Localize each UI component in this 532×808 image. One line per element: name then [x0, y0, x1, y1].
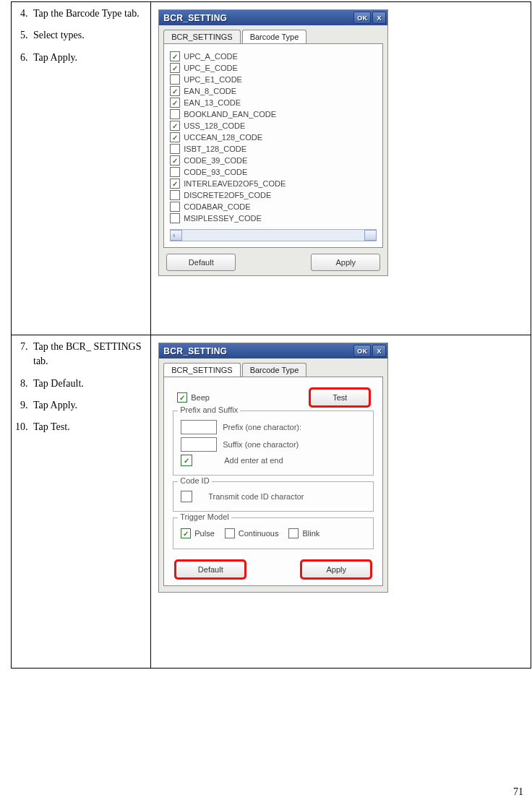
barcode-type-list: ✓UPC_A_CODE ✓UPC_E_CODE UPC_E1_CODE ✓EAN… — [170, 51, 377, 223]
item-label: MSIPLESSEY_CODE — [184, 214, 262, 223]
checkbox-icon[interactable]: ✓ — [170, 86, 180, 96]
checkbox-icon[interactable]: ✓ — [170, 132, 180, 142]
apply-button[interactable]: Apply — [311, 254, 380, 271]
titlebar: BCR_SETTING OK X — [159, 10, 387, 25]
default-button[interactable]: Default — [176, 561, 245, 578]
steps-cell: Tap the Barcode Type tab. Select types. … — [12, 2, 151, 335]
checkbox-icon[interactable] — [170, 144, 180, 154]
tab-row: BCR_SETTINGS Barcode Type — [163, 363, 383, 377]
pulse-label: Pulse — [194, 529, 215, 538]
list-item[interactable]: ISBT_128_CODE — [170, 144, 377, 154]
blink-option[interactable]: Blink — [288, 528, 319, 538]
suffix-input[interactable] — [181, 437, 217, 452]
blink-label: Blink — [302, 529, 319, 538]
close-button[interactable]: X — [372, 345, 386, 357]
ok-button[interactable]: OK — [353, 12, 371, 24]
list-item[interactable]: BOOKLAND_EAN_CODE — [170, 109, 377, 119]
checkbox-icon[interactable] — [288, 528, 299, 538]
scroll-left-icon[interactable]: ‹ — [173, 231, 175, 239]
screenshot-cell: BCR_SETTING OK X BCR_SETTINGS Barcode Ty… — [151, 2, 531, 335]
tab-row: BCR_SETTINGS Barcode Type — [163, 30, 383, 43]
button-bar: Default Apply — [173, 555, 374, 583]
list-item[interactable]: ✓UPC_E_CODE — [170, 63, 377, 73]
transmit-label: Transmit code ID charactor — [208, 492, 304, 501]
checkbox-icon[interactable]: ✓ — [170, 121, 180, 131]
list-item[interactable]: CODABAR_CODE — [170, 202, 377, 212]
add-enter-row[interactable]: ✓ Add enter at end — [181, 455, 366, 466]
step-8: Tap Default. — [30, 377, 145, 391]
table-row: Tap the BCR_ SETTINGS tab. Tap Default. … — [12, 335, 531, 669]
checkbox-icon[interactable]: ✓ — [170, 179, 180, 189]
checkbox-icon[interactable]: ✓ — [170, 155, 180, 166]
list-item[interactable]: ✓INTERLEAVED2OF5_CODE — [170, 179, 377, 189]
prefix-label: Prefix (one charactor): — [223, 423, 301, 431]
trigger-options: ✓ Pulse Continuous Blink — [181, 527, 366, 540]
checkbox-icon[interactable]: ✓ — [170, 63, 180, 73]
checkbox-icon[interactable] — [170, 190, 180, 200]
item-label: CODABAR_CODE — [184, 202, 250, 211]
step-10: Tap Test. — [30, 420, 145, 434]
beep-row[interactable]: ✓ Beep — [177, 392, 210, 403]
pulse-option[interactable]: ✓ Pulse — [181, 528, 215, 538]
steps-cell: Tap the BCR_ SETTINGS tab. Tap Default. … — [12, 335, 151, 669]
scroll-right-icon[interactable]: › — [372, 231, 374, 239]
suffix-field: Suffix (one charactor) — [181, 437, 366, 452]
close-button[interactable]: X — [372, 12, 386, 24]
continuous-option[interactable]: Continuous — [225, 528, 279, 538]
transmit-row[interactable]: Transmit code ID charactor — [181, 491, 366, 502]
ok-button[interactable]: OK — [353, 345, 371, 357]
list-item[interactable]: ✓EAN_8_CODE — [170, 86, 377, 96]
checkbox-icon[interactable] — [170, 167, 180, 177]
group-legend: Code ID — [178, 476, 211, 485]
list-item[interactable]: ✓UCCEAN_128_CODE — [170, 132, 377, 142]
tab-barcode-type[interactable]: Barcode Type — [242, 363, 307, 377]
window-title: BCR_SETTING — [163, 13, 227, 23]
table-row: Tap the Barcode Type tab. Select types. … — [12, 2, 531, 335]
list-item[interactable]: MSIPLESSEY_CODE — [170, 213, 377, 223]
apply-button[interactable]: Apply — [301, 561, 371, 578]
checkbox-icon[interactable]: ✓ — [170, 98, 180, 108]
checkbox-icon[interactable]: ✓ — [181, 455, 192, 466]
list-item[interactable]: UPC_E1_CODE — [170, 74, 377, 85]
test-button[interactable]: Test — [310, 389, 369, 406]
window-title: BCR_SETTING — [163, 346, 227, 356]
group-legend: Prefix and Suffix — [178, 405, 240, 414]
checkbox-icon[interactable] — [181, 491, 192, 502]
checkbox-icon[interactable] — [170, 109, 180, 119]
suffix-label: Suffix (one charactor) — [223, 440, 299, 449]
item-label: UPC_E_CODE — [184, 64, 238, 72]
bcr-settings-panel: ✓ Beep Test Prefix and Suffix Prefix (on… — [163, 377, 383, 586]
checkbox-icon[interactable] — [170, 74, 180, 85]
add-enter-label: Add enter at end — [224, 456, 283, 465]
horizontal-scrollbar[interactable]: ‹ › — [170, 229, 377, 241]
list-item[interactable]: ✓UPC_A_CODE — [170, 51, 377, 61]
tab-barcode-type[interactable]: Barcode Type — [242, 30, 307, 43]
checkbox-icon[interactable] — [170, 213, 180, 223]
checkbox-icon[interactable]: ✓ — [181, 528, 191, 538]
tab-bcr-settings[interactable]: BCR_SETTINGS — [163, 363, 240, 377]
item-label: UCCEAN_128_CODE — [184, 133, 262, 142]
list-item[interactable]: ✓CODE_39_CODE — [170, 155, 377, 166]
screenshot-cell: BCR_SETTING OK X BCR_SETTINGS Barcode Ty… — [151, 335, 531, 669]
prefix-input[interactable] — [181, 420, 217, 434]
tab-bcr-settings[interactable]: BCR_SETTINGS — [163, 30, 240, 43]
instruction-table: Tap the Barcode Type tab. Select types. … — [11, 1, 531, 669]
list-item[interactable]: CODE_93_CODE — [170, 167, 377, 177]
list-item[interactable]: DISCRETE2OF5_CODE — [170, 190, 377, 200]
checkbox-icon[interactable]: ✓ — [170, 51, 180, 61]
step-6: Tap Apply. — [30, 51, 145, 65]
list-item[interactable]: ✓USS_128_CODE — [170, 121, 377, 131]
checkbox-icon[interactable]: ✓ — [177, 392, 187, 403]
item-label: USS_128_CODE — [184, 121, 245, 130]
prefix-suffix-group: Prefix and Suffix Prefix (one charactor)… — [173, 411, 374, 476]
checkbox-icon[interactable] — [225, 528, 235, 538]
list-item[interactable]: ✓EAN_13_CODE — [170, 98, 377, 108]
item-label: EAN_13_CODE — [184, 98, 241, 107]
item-label: INTERLEAVED2OF5_CODE — [184, 179, 286, 188]
item-label: DISCRETE2OF5_CODE — [184, 191, 271, 199]
device-window: BCR_SETTING OK X BCR_SETTINGS Barcode Ty… — [158, 343, 388, 593]
step-4: Tap the Barcode Type tab. — [30, 7, 145, 21]
item-label: ISBT_128_CODE — [184, 145, 246, 153]
default-button[interactable]: Default — [166, 254, 236, 271]
checkbox-icon[interactable] — [170, 202, 180, 212]
